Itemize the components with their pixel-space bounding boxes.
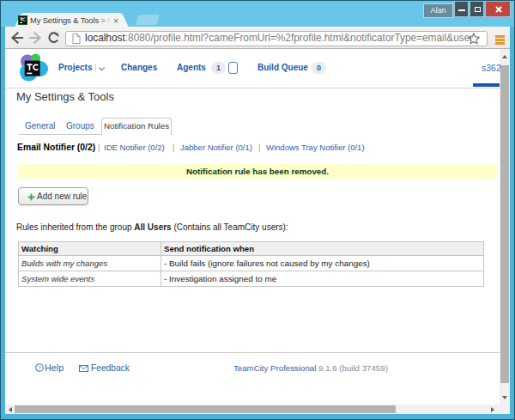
svg-text:?: ?	[38, 365, 41, 371]
